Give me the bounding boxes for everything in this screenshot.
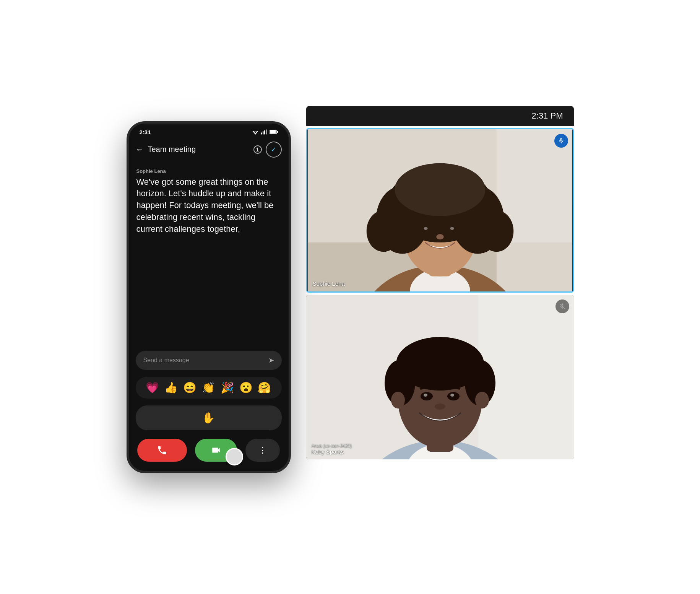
video-top-bar: 2:31 PM [306, 106, 574, 126]
video-time: 2:31 PM [532, 111, 563, 121]
sender-name: Sophie Lena [136, 168, 281, 174]
koby-server: Anza (us-san-6420) [312, 443, 352, 448]
sophie-video [307, 129, 573, 291]
svg-rect-9 [277, 131, 278, 133]
emoji-party[interactable]: 🎉 [221, 381, 234, 394]
back-button[interactable]: ← [136, 145, 144, 155]
svg-point-23 [479, 210, 513, 252]
sophie-mic-icon [554, 134, 568, 148]
koby-video [306, 295, 574, 459]
svg-rect-8 [270, 130, 276, 133]
scene: 2:31 [104, 98, 597, 496]
camera-button[interactable] [195, 439, 237, 462]
video-tile-koby: Anza (us-san-6420) Koby Sparks [306, 295, 574, 459]
raise-hand-button[interactable]: ✋ [136, 405, 282, 430]
send-button[interactable]: ➤ [268, 356, 274, 365]
emoji-laugh[interactable]: 😄 [183, 381, 197, 394]
video-tile-sophie: Sophie Lena [306, 128, 574, 293]
svg-point-40 [391, 392, 405, 408]
end-call-button[interactable] [137, 439, 187, 462]
phone: 2:31 [127, 121, 291, 473]
battery-icon [270, 130, 278, 134]
svg-point-22 [366, 210, 400, 252]
signal-icon [261, 129, 267, 135]
svg-rect-3 [261, 133, 262, 135]
more-dots-icon: ⋮ [258, 445, 267, 455]
mic-muted-icon [559, 303, 566, 310]
input-placeholder: Send a message [143, 357, 189, 364]
svg-rect-13 [496, 129, 572, 291]
raise-hand-icon: ✋ [202, 412, 215, 424]
svg-point-25 [447, 174, 477, 201]
mic-active-icon [558, 137, 565, 144]
svg-rect-6 [266, 130, 266, 135]
message-spacer [129, 261, 289, 347]
svg-rect-5 [264, 130, 265, 134]
emoji-thumbsup[interactable]: 👍 [164, 381, 178, 394]
emoji-clap[interactable]: 👏 [202, 381, 215, 394]
svg-rect-4 [263, 131, 263, 134]
emoji-heart[interactable]: 💗 [146, 381, 159, 394]
check-button[interactable]: ✓ [266, 142, 282, 158]
message-text: We've got some great things on the horiz… [136, 176, 281, 235]
koby-mic-icon [555, 299, 569, 313]
emoji-wow[interactable]: 😮 [239, 381, 253, 394]
emoji-hug[interactable]: 🤗 [258, 381, 271, 394]
emoji-bar[interactable]: 💗 👍 😄 👏 🎉 😮 🤗 [136, 377, 282, 399]
svg-point-41 [475, 392, 489, 408]
meeting-title: Team meeting [148, 145, 250, 154]
svg-point-45 [450, 394, 454, 397]
camera-icon [211, 445, 221, 455]
phone-top-bar: ← Team meeting 1 ✓ [129, 138, 289, 161]
svg-point-28 [424, 227, 427, 230]
svg-point-30 [436, 234, 444, 239]
svg-point-46 [435, 404, 445, 410]
svg-marker-2 [254, 133, 257, 135]
raise-hand-section: ✋ [129, 402, 289, 434]
bottom-controls: ⋮ [129, 434, 289, 471]
message-input-field[interactable]: Send a message ➤ [136, 351, 282, 370]
svg-point-44 [424, 394, 427, 397]
end-call-icon [157, 445, 167, 456]
svg-point-29 [450, 227, 454, 230]
message-input-bar[interactable]: Send a message ➤ [129, 347, 289, 374]
more-button[interactable]: ⋮ [245, 439, 280, 462]
video-panel: 2:31 PM [306, 106, 574, 459]
phone-time: 2:31 [140, 129, 151, 135]
sophie-label: Sophie Lena [313, 280, 345, 287]
svg-point-24 [402, 174, 432, 201]
phone-status-icons [252, 129, 278, 135]
message-area: Sophie Lena We've got some great things … [129, 161, 289, 261]
phone-status-bar: 2:31 [129, 124, 289, 138]
koby-label: Anza (us-san-6420) Koby Sparks [312, 443, 352, 455]
camera-toggle-overlay [226, 448, 243, 465]
wifi-icon [252, 129, 259, 135]
notification-badge: 1 [253, 145, 262, 154]
